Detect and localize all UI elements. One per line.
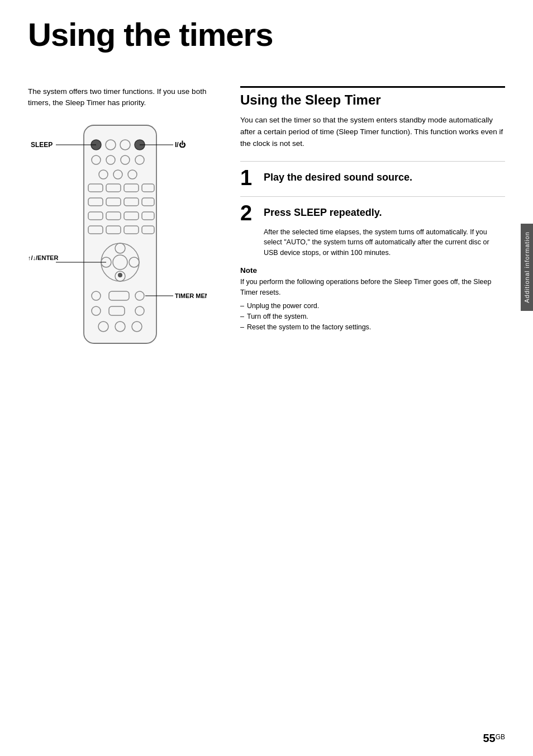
note-section: Note If you perform the following operat… [240, 266, 505, 333]
side-tab-text: Additional information [524, 231, 530, 303]
svg-point-34 [118, 273, 122, 277]
note-list: Unplug the power cord. Turn off the syst… [240, 301, 505, 333]
svg-text:I/⏻: I/⏻ [175, 140, 185, 149]
svg-rect-0 [84, 125, 156, 343]
note-text: If you perform the following operations … [240, 277, 505, 299]
step-2-content: Press SLEEP repeatedly. [264, 202, 505, 221]
note-item-3: Reset the system to the factory settings… [240, 322, 505, 333]
intro-text: The system offers two timer functions. I… [28, 86, 218, 109]
step-2-description: After the selected time elapses, the sys… [264, 227, 505, 258]
side-tab: Additional information [521, 224, 533, 311]
sleep-section-description: You can set the timer so that the system… [240, 115, 505, 150]
step-2-block: 2 Press SLEEP repeatedly. After the sele… [240, 196, 505, 258]
svg-text:↑/↓/ENTER: ↑/↓/ENTER [28, 254, 58, 261]
step-1-number: 1 [240, 167, 257, 188]
note-item-2: Turn off the system. [240, 311, 505, 322]
step-1-title: Play the desired sound source. [264, 167, 505, 183]
note-item-1: Unplug the power cord. [240, 301, 505, 311]
page-num-big: 55 [483, 732, 495, 744]
remote-svg: SLEEP I/⏻ ↑/↓/ENTER TIMER MENU [28, 120, 207, 360]
page-number: 55GB [483, 732, 505, 745]
svg-text:TIMER MENU: TIMER MENU [175, 292, 207, 299]
page-title: Using the timers [28, 17, 505, 53]
svg-text:SLEEP: SLEEP [31, 141, 53, 149]
content-area: The system offers two timer functions. I… [28, 86, 505, 363]
note-label: Note [240, 266, 505, 275]
sleep-section-title: Using the Sleep Timer [240, 86, 505, 108]
page-container: Using the timers The system offers two t… [0, 0, 533, 756]
step-2-number: 2 [240, 202, 257, 224]
remote-diagram: SLEEP I/⏻ ↑/↓/ENTER TIMER MENU [28, 120, 207, 362]
step-2-title: Press SLEEP repeatedly. [264, 202, 505, 219]
step-1-content: Play the desired sound source. [264, 167, 505, 186]
step-2-header: 2 Press SLEEP repeatedly. [240, 202, 505, 224]
left-column: The system offers two timer functions. I… [28, 86, 218, 363]
page-num-suffix: GB [496, 733, 505, 741]
step-1-block: 1 Play the desired sound source. [240, 161, 505, 188]
right-column: Using the Sleep Timer You can set the ti… [240, 86, 505, 363]
